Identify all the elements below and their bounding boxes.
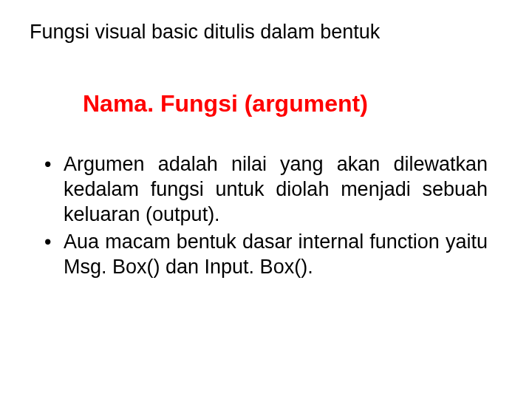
syntax-expression: Nama. Fungsi (argument) xyxy=(83,90,368,117)
bullet-list: Argumen adalah nilai yang akan dilewatka… xyxy=(44,152,488,283)
list-item: Aua macam bentuk dasar internal function… xyxy=(44,230,488,280)
slide-title: Fungsi visual basic ditulis dalam bentuk xyxy=(30,21,380,44)
list-item: Argumen adalah nilai yang akan dilewatka… xyxy=(44,152,488,227)
